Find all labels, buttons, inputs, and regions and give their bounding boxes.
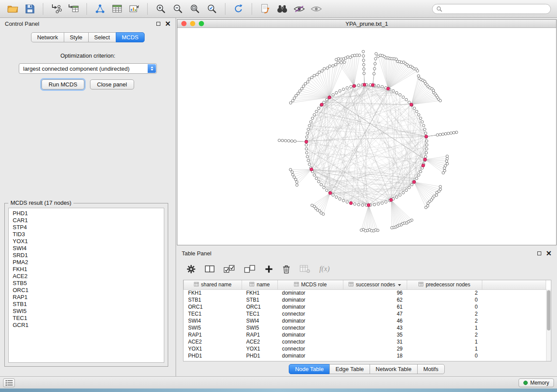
column-header-predecessor-nodes[interactable]: predecessor nodes (407, 280, 482, 289)
mcds-result-node[interactable]: PMA2 (13, 259, 160, 266)
column-header-name[interactable]: name (242, 280, 278, 289)
table-cell: 2 (407, 317, 482, 324)
delete-column-button[interactable] (282, 265, 291, 274)
tab-network-table[interactable]: Network Table (370, 364, 418, 374)
table-row[interactable]: STB1STB1dominator620 (184, 296, 546, 303)
save-session-button[interactable] (23, 2, 36, 15)
table-scrollbar-thumb[interactable] (547, 290, 550, 330)
run-mcds-button[interactable]: Run MCDS (42, 79, 84, 89)
table-cell: 2 (407, 310, 482, 317)
mcds-result-node[interactable]: FKH1 (13, 266, 160, 273)
column-type-icon (294, 282, 299, 288)
column-header-shared-name[interactable]: shared name (184, 280, 242, 289)
refresh-view-button[interactable] (232, 2, 245, 15)
mcds-result-node[interactable]: YOX1 (13, 238, 160, 245)
desktop-wallpaper-strip (0, 389, 557, 392)
select-all-button[interactable] (224, 265, 235, 273)
new-table-button[interactable] (111, 2, 124, 15)
table-row[interactable]: ACE2ACE2connector311 (184, 338, 546, 345)
table-cell-filler (482, 317, 546, 324)
table-scrollbar[interactable] (546, 289, 551, 361)
float-panel-icon[interactable] (156, 22, 160, 26)
maximize-window-button[interactable] (199, 21, 204, 26)
memory-button[interactable]: Memory (519, 378, 554, 387)
criterion-dropdown[interactable]: largest connected component (undirected) (19, 63, 157, 74)
table-cell: dominator (278, 289, 343, 296)
minimize-window-button[interactable] (190, 21, 195, 26)
table-cell: 0 (407, 352, 482, 359)
table-row[interactable]: FKH1FKH1dominator962 (184, 289, 546, 296)
find-network-button[interactable] (276, 2, 289, 15)
mcds-result-node[interactable]: SWI5 (13, 308, 160, 315)
tab-node-table[interactable]: Node Table (289, 364, 330, 374)
export-image-button[interactable] (128, 2, 141, 15)
network-window-title: YPA_prune.txt_1 (346, 21, 388, 27)
tab-edge-table[interactable]: Edge Table (329, 364, 370, 374)
column-type-icon (419, 282, 423, 288)
mcds-result-node[interactable]: ORC1 (13, 287, 160, 294)
mcds-result-node[interactable]: STB5 (13, 280, 160, 287)
table-row[interactable]: TEC1TEC1connector472 (184, 310, 546, 317)
table-row[interactable]: PHD1PHD1dominator180 (184, 352, 546, 359)
column-type-icon (194, 282, 199, 288)
table-cell: 47 (343, 310, 407, 317)
mcds-result-node[interactable]: STP4 (13, 224, 160, 231)
network-window-titlebar[interactable]: YPA_prune.txt_1 (177, 20, 556, 28)
zoom-selected-button[interactable] (205, 2, 218, 15)
hide-style-button[interactable] (293, 2, 306, 15)
zoom-in-button[interactable] (154, 2, 167, 15)
table-row[interactable]: YOX1YOX1connector291 (184, 345, 546, 352)
table-row[interactable]: SWI4SWI4dominator462 (184, 317, 546, 324)
column-header-MCDS-role[interactable]: MCDS role (278, 280, 343, 289)
zoom-out-button[interactable] (171, 2, 184, 15)
mcds-result-node[interactable]: SRD1 (13, 252, 160, 259)
search-box[interactable] (432, 4, 551, 14)
table-panel-tabs: Node TableEdge TableNetwork TableMotifs (177, 364, 557, 374)
mcds-result-node[interactable]: SWI4 (13, 245, 160, 252)
mcds-result-node[interactable]: PHD1 (13, 210, 160, 217)
deselect-all-button[interactable] (244, 265, 256, 273)
table-row[interactable]: RAP1RAP1dominator352 (184, 331, 546, 338)
add-column-button[interactable] (265, 265, 273, 273)
show-graphics-details-button[interactable] (310, 2, 323, 15)
close-mcds-panel-button[interactable]: Close panel (90, 79, 134, 89)
close-panel-icon[interactable]: ✕ (165, 21, 171, 28)
close-table-panel-icon[interactable]: ✕ (546, 250, 552, 257)
mcds-result-node[interactable]: ACE2 (13, 273, 160, 280)
mcds-result-node[interactable]: TEC1 (13, 315, 160, 322)
show-columns-button[interactable] (205, 265, 214, 273)
table-row[interactable]: ORC1ORC1dominator610 (184, 303, 546, 310)
mcds-result-node[interactable]: RAP1 (13, 294, 160, 301)
table-cell: 0 (407, 296, 482, 303)
table-settings-button[interactable] (187, 265, 196, 274)
mcds-result-node[interactable]: CAR1 (13, 217, 160, 224)
copy-style-button[interactable] (259, 2, 272, 15)
import-network-button[interactable] (50, 2, 63, 15)
table-cell: 35 (343, 331, 407, 338)
zoom-out-icon (173, 3, 183, 14)
tab-style[interactable]: Style (64, 32, 89, 42)
tab-network[interactable]: Network (31, 32, 64, 42)
control-panel-title: Control Panel (5, 21, 39, 27)
mcds-result-node[interactable]: GCR1 (13, 322, 160, 329)
table-cell: dominator (278, 296, 343, 303)
import-table-button[interactable] (67, 2, 80, 15)
zoom-fit-button[interactable] (188, 2, 201, 15)
close-window-button[interactable] (181, 21, 187, 26)
tab-motifs[interactable]: Motifs (417, 364, 445, 374)
task-history-button[interactable] (3, 378, 15, 387)
table-row[interactable]: SWI5SWI5connector431 (184, 324, 546, 331)
search-input[interactable] (445, 6, 547, 12)
column-header-successor-nodes[interactable]: successor nodes (343, 280, 407, 289)
table-cell: ORC1 (184, 303, 242, 310)
float-table-panel-icon[interactable] (537, 251, 541, 255)
mcds-result-node[interactable]: TID3 (13, 231, 160, 238)
table-toolbar: f(x) (177, 261, 557, 277)
mcds-result-node[interactable]: STB1 (13, 301, 160, 308)
new-network-button[interactable] (93, 2, 107, 15)
tab-select[interactable]: Select (88, 32, 116, 42)
network-canvas[interactable] (177, 28, 556, 245)
tab-mcds[interactable]: MCDS (116, 32, 145, 42)
open-session-button[interactable] (6, 2, 19, 15)
new-network-icon (95, 3, 105, 14)
